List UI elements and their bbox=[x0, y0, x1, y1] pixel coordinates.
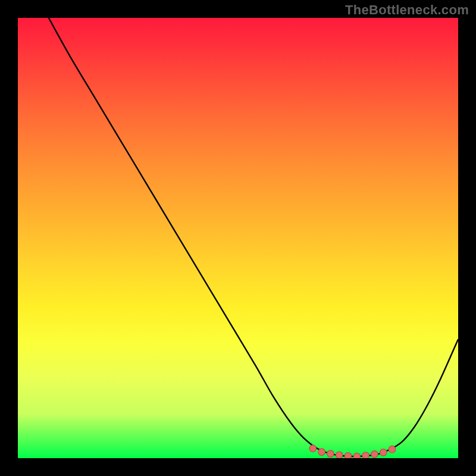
marker-dot bbox=[362, 452, 369, 458]
marker-dot bbox=[309, 445, 317, 452]
marker-dot bbox=[327, 450, 334, 458]
chart-stage: TheBottleneck.com bbox=[0, 0, 476, 476]
marker-dot bbox=[371, 451, 378, 458]
marker-dot bbox=[353, 453, 361, 458]
marker-dot bbox=[345, 453, 352, 459]
watermark-text: TheBottleneck.com bbox=[345, 2, 469, 18]
optimal-markers bbox=[18, 18, 458, 458]
marker-dot bbox=[389, 446, 396, 453]
plot-area bbox=[18, 18, 458, 458]
marker-group bbox=[309, 445, 396, 458]
marker-dot bbox=[318, 449, 325, 456]
marker-dot bbox=[336, 452, 343, 458]
marker-dot bbox=[380, 449, 387, 456]
